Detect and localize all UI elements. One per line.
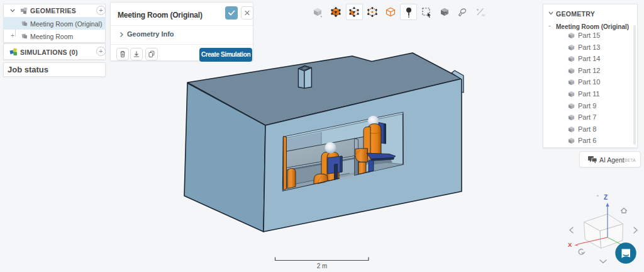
svg-text:AI: AI (482, 13, 486, 17)
svg-text:X: X (568, 241, 572, 248)
svg-text:Z: Z (604, 194, 608, 201)
svg-text:⌃: ⌃ (596, 195, 600, 200)
svg-text:2 m: 2 m (317, 263, 328, 269)
